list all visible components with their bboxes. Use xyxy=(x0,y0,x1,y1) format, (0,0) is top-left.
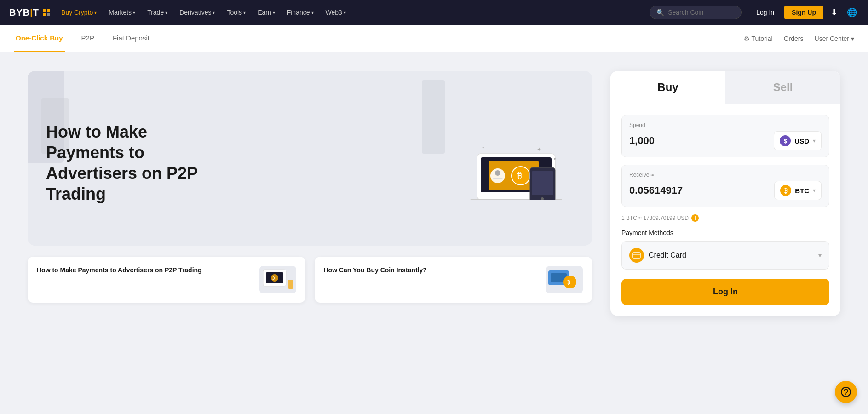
chevron-down-icon: ▾ xyxy=(813,187,816,194)
chevron-down-icon: ▾ xyxy=(311,10,314,15)
buy-sell-tabs: Buy Sell xyxy=(610,71,840,104)
btc-label: BTC xyxy=(795,187,809,195)
spend-field-group: Spend 1,000 $ USD ▾ xyxy=(621,115,829,157)
rate-text: 1 BTC ≈ 17809.70199 USD xyxy=(621,215,689,221)
login-button[interactable]: Log In xyxy=(752,6,779,19)
spend-label: Spend xyxy=(629,122,822,128)
chevron-down-icon: ▾ xyxy=(273,10,275,15)
receive-label: Receive ≈ xyxy=(629,172,822,178)
chevron-down-icon: ▾ xyxy=(851,35,854,42)
svg-text:✦: ✦ xyxy=(537,146,541,153)
search-icon: 🔍 xyxy=(656,9,664,16)
card-item[interactable]: How Can You Buy Coin Instantly? ₿ xyxy=(315,257,592,303)
nav-item-trade[interactable]: Trade ▾ xyxy=(143,6,172,19)
info-icon[interactable]: i xyxy=(691,214,699,222)
svg-text:✦: ✦ xyxy=(482,146,485,150)
chevron-down-icon: ▾ xyxy=(344,10,346,15)
card-text: How to Make Payments to Advertisers on P… xyxy=(37,266,254,277)
spend-value: 1,000 xyxy=(629,135,655,147)
payment-left: Credit Card xyxy=(629,248,686,263)
chevron-down-icon: ▾ xyxy=(813,138,816,144)
chevron-down-icon: ▾ xyxy=(243,10,246,15)
chevron-down-icon: ▾ xyxy=(94,10,97,15)
svg-text:✦: ✦ xyxy=(553,156,557,161)
payment-methods-label: Payment Methods xyxy=(621,229,829,236)
main-content: How to Make Payments to Advertisers on P… xyxy=(0,52,868,414)
sub-navbar: One-Click Buy P2P Fiat Deposit ⚙ Tutoria… xyxy=(0,25,868,52)
search-input[interactable] xyxy=(668,9,732,16)
card-text: How Can You Buy Coin Instantly? xyxy=(324,266,541,277)
hero-text: How to Make Payments to Advertisers on P… xyxy=(46,121,221,204)
sell-tab[interactable]: Sell xyxy=(725,71,840,104)
log-in-button[interactable]: Log In xyxy=(621,279,829,305)
usd-label: USD xyxy=(794,137,809,145)
rate-info: 1 BTC ≈ 17809.70199 USD i xyxy=(621,214,829,222)
sub-nav-right: ⚙ Tutorial Orders User Center ▾ xyxy=(744,35,854,42)
sub-nav-p2p[interactable]: P2P xyxy=(80,25,96,52)
svg-rect-27 xyxy=(633,254,640,255)
settings-icon: ⚙ xyxy=(744,35,750,42)
buy-tab[interactable]: Buy xyxy=(610,71,725,104)
sub-nav-fiat-deposit[interactable]: Fiat Deposit xyxy=(111,25,151,52)
svg-rect-13 xyxy=(532,171,553,195)
usd-currency-selector[interactable]: $ USD ▾ xyxy=(774,131,822,150)
globe-icon[interactable]: 🌐 xyxy=(845,6,859,19)
card-item[interactable]: How to Make Payments to Advertisers on P… xyxy=(28,257,305,303)
svg-text:₿: ₿ xyxy=(272,276,275,281)
chevron-down-icon: ▾ xyxy=(133,10,135,15)
card-title: How Can You Buy Coin Instantly? xyxy=(324,266,541,275)
payment-method-selector[interactable]: Credit Card ▾ xyxy=(621,241,829,270)
hero-illustration: ₿ → ✦ ✦ ✦ xyxy=(463,117,574,200)
credit-card-icon xyxy=(629,248,644,263)
svg-point-8 xyxy=(495,170,500,176)
svg-rect-20 xyxy=(288,280,293,289)
receive-row: 0.05614917 ₿ BTC ▾ xyxy=(629,181,822,200)
buy-sell-body: Spend 1,000 $ USD ▾ Receive ≈ 0.05614 xyxy=(610,104,840,316)
chevron-down-icon: ▾ xyxy=(165,10,167,15)
svg-text:₿: ₿ xyxy=(517,171,522,180)
chevron-down-icon: ▾ xyxy=(213,10,215,15)
usd-icon: $ xyxy=(780,135,791,146)
btc-icon: ₿ xyxy=(780,185,791,196)
chevron-down-icon: ▾ xyxy=(818,252,822,259)
receive-field-group: Receive ≈ 0.05614917 ₿ BTC ▾ xyxy=(621,165,829,207)
card-thumbnail: ₿ xyxy=(259,266,296,293)
logo[interactable]: BYB|T xyxy=(9,7,50,18)
nav-item-tools[interactable]: Tools ▾ xyxy=(222,6,250,19)
nav-right-actions: Log In Sign Up ⬇ 🌐 xyxy=(752,6,859,19)
card-title: How to Make Payments to Advertisers on P… xyxy=(37,266,254,275)
sub-nav-one-click-buy[interactable]: One-Click Buy xyxy=(14,25,65,52)
card-thumbnail: ₿ xyxy=(546,266,583,293)
user-center-link[interactable]: User Center ▾ xyxy=(815,35,854,42)
bg-decoration xyxy=(422,80,445,154)
logo-grid-icon xyxy=(43,9,50,16)
svg-text:₿: ₿ xyxy=(567,279,570,286)
payment-method-name: Credit Card xyxy=(649,251,686,259)
cards-row: How to Make Payments to Advertisers on P… xyxy=(28,257,592,303)
receive-value: 0.05614917 xyxy=(629,184,683,196)
left-panel: How to Make Payments to Advertisers on P… xyxy=(28,71,592,396)
nav-item-buy-crypto[interactable]: Buy Crypto ▾ xyxy=(57,6,101,19)
nav-item-markets[interactable]: Markets ▾ xyxy=(104,6,140,19)
spend-row: 1,000 $ USD ▾ xyxy=(629,131,822,150)
download-icon[interactable]: ⬇ xyxy=(829,6,839,19)
nav-item-web3[interactable]: Web3 ▾ xyxy=(321,6,351,19)
nav-item-finance[interactable]: Finance ▾ xyxy=(282,6,318,19)
svg-point-29 xyxy=(845,394,846,395)
btc-currency-selector[interactable]: ₿ BTC ▾ xyxy=(774,181,822,200)
buy-sell-card: Buy Sell Spend 1,000 $ USD ▾ xyxy=(610,71,840,316)
search-bar[interactable]: 🔍 xyxy=(650,6,742,19)
navbar: BYB|T Buy Crypto ▾ Markets ▾ Trade ▾ Der… xyxy=(0,0,868,25)
right-panel: Buy Sell Spend 1,000 $ USD ▾ xyxy=(610,71,840,396)
nav-item-earn[interactable]: Earn ▾ xyxy=(253,6,280,19)
nav-item-derivatives[interactable]: Derivatives ▾ xyxy=(175,6,219,19)
hero-section: How to Make Payments to Advertisers on P… xyxy=(28,71,592,246)
hero-title: How to Make Payments to Advertisers on P… xyxy=(46,121,221,204)
support-button[interactable] xyxy=(835,381,857,403)
signup-button[interactable]: Sign Up xyxy=(784,6,823,19)
tutorial-link[interactable]: ⚙ Tutorial xyxy=(744,35,773,42)
orders-link[interactable]: Orders xyxy=(784,35,804,42)
